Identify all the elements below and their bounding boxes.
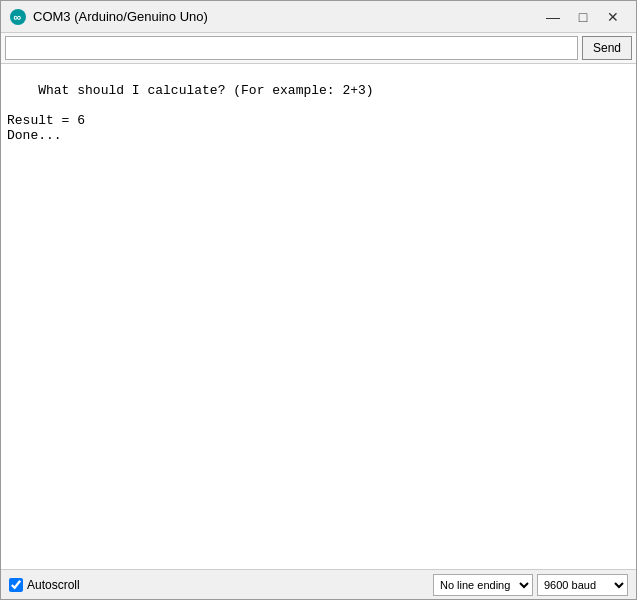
main-window: ∞ COM3 (Arduino/Genuino Uno) — □ ✕ Send … xyxy=(0,0,637,600)
serial-output-text: What should I calculate? (For example: 2… xyxy=(7,83,374,143)
window-title: COM3 (Arduino/Genuino Uno) xyxy=(33,9,538,24)
baud-rate-select[interactable]: 300 baud 1200 baud 2400 baud 4800 baud 9… xyxy=(537,574,628,596)
serial-input[interactable] xyxy=(5,36,578,60)
svg-text:∞: ∞ xyxy=(14,11,22,23)
toolbar: Send xyxy=(1,33,636,64)
minimize-button[interactable]: — xyxy=(538,5,568,29)
send-button[interactable]: Send xyxy=(582,36,632,60)
window-controls: — □ ✕ xyxy=(538,5,628,29)
serial-output-area: What should I calculate? (For example: 2… xyxy=(1,64,636,569)
autoscroll-checkbox[interactable] xyxy=(9,578,23,592)
autoscroll-label[interactable]: Autoscroll xyxy=(27,578,80,592)
maximize-button[interactable]: □ xyxy=(568,5,598,29)
title-bar: ∞ COM3 (Arduino/Genuino Uno) — □ ✕ xyxy=(1,1,636,33)
arduino-icon: ∞ xyxy=(9,8,27,26)
status-bar: Autoscroll No line ending Newline Carria… xyxy=(1,569,636,599)
line-ending-select[interactable]: No line ending Newline Carriage return B… xyxy=(433,574,533,596)
status-right: No line ending Newline Carriage return B… xyxy=(433,574,628,596)
autoscroll-area: Autoscroll xyxy=(9,578,433,592)
close-button[interactable]: ✕ xyxy=(598,5,628,29)
